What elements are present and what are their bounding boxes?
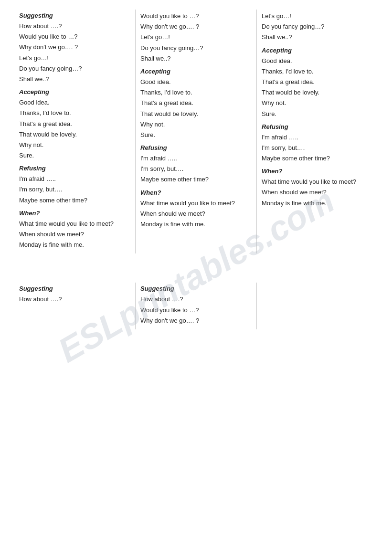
col1-phrase: When should we meet? (19, 230, 130, 239)
col1-phrase: Why don't we go…. ? (19, 43, 130, 52)
col1-phrase: Thanks, I'd love to. (19, 109, 130, 117)
bottom-col2-suggesting-heading: Suggesting (140, 285, 252, 292)
col1-phrase: Let's go…! (19, 54, 130, 63)
col3-phrase: Why not. (262, 99, 373, 107)
col3-phrase: That would be lovely. (262, 88, 373, 97)
col2-phrase: Thanks, I'd love to. (140, 88, 252, 97)
col1-phrase: That would be lovely. (19, 130, 130, 139)
col2-phrase: That would be lovely. (140, 110, 252, 118)
col1-phrase: Monday is fine with me. (19, 241, 130, 249)
col2-phrase: Sure. (140, 131, 252, 139)
col3-accepting-heading: Accepting (262, 47, 373, 54)
col3-phrase: Sure. (262, 110, 373, 118)
col2-phrase: When should we meet? (140, 210, 252, 218)
top-col-3: Let's go…! Do you fancy going…? Shall we… (256, 10, 378, 253)
col1-phrase: Would you like to …? (19, 32, 130, 41)
col2-phrase: Why not. (140, 120, 252, 129)
col1-phrase: Sure. (19, 151, 130, 160)
col3-phrase: I'm sorry, but…. (262, 144, 373, 152)
col1-phrase: I'm afraid ….. (19, 175, 130, 183)
col2-when-heading: When? (140, 189, 252, 196)
col1-phrase: That's a great idea. (19, 120, 130, 128)
col1-phrase: Do you fancy going…? (19, 64, 130, 73)
col2-phrase: Would you like to …? (140, 12, 252, 21)
col2-phrase: Good idea. (140, 78, 252, 86)
col3-phrase: Thanks, I'd love to. (262, 67, 373, 76)
bottom-col2-phrase: Why don't we go…. ? (140, 316, 252, 325)
bottom-col-3 (256, 283, 378, 329)
col3-phrase: Shall we..? (262, 33, 373, 42)
top-col-2: Would you like to …? Why don't we go…. ?… (135, 10, 256, 253)
bottom-col2-phrase: How about ….? (140, 295, 252, 304)
col1-phrase: Shall we..? (19, 75, 130, 84)
col2-phrase: What time would you like to meet? (140, 199, 252, 208)
col2-accepting-heading: Accepting (140, 68, 252, 75)
top-col-1: Suggesting How about ….? Would you like … (14, 10, 135, 253)
col2-phrase: Shall we..? (140, 54, 252, 63)
bottom-col-2: Suggesting How about ….? Would you like … (135, 283, 256, 329)
col3-refusing-heading: Refusing (262, 123, 373, 130)
col3-phrase: Let's go…! (262, 12, 373, 21)
col1-phrase: How about ….? (19, 22, 130, 31)
col2-phrase: I'm sorry, but…. (140, 165, 252, 173)
col1-phrase: What time would you like to meet? (19, 220, 130, 228)
bottom-section: Suggesting How about ….? Suggesting How … (5, 278, 387, 334)
col2-phrase: Maybe some other time? (140, 175, 252, 184)
col3-phrase: Maybe some other time? (262, 154, 373, 163)
col2-refusing-heading: Refusing (140, 144, 252, 151)
col3-phrase: I'm afraid ….. (262, 133, 373, 142)
col1-suggesting-heading: Suggesting (19, 12, 130, 19)
col3-phrase: Do you fancy going…? (262, 22, 373, 31)
col1-refusing-heading: Refusing (19, 165, 130, 172)
col3-phrase: Monday is fine with me. (262, 199, 373, 208)
col2-phrase: I'm afraid ….. (140, 154, 252, 163)
col1-phrase: Maybe some other time? (19, 196, 130, 205)
col1-phrase: I'm sorry, but…. (19, 185, 130, 194)
col1-phrase: Why not. (19, 141, 130, 149)
col1-when-heading: When? (19, 210, 130, 217)
bottom-col1-phrase: How about ….? (19, 295, 130, 304)
top-section: Suggesting How about ….? Would you like … (5, 5, 387, 258)
col2-phrase: Why don't we go…. ? (140, 22, 252, 31)
bottom-col1-suggesting-heading: Suggesting (19, 285, 130, 292)
col3-phrase: That's a great idea. (262, 78, 373, 86)
col3-phrase: What time would you like to meet? (262, 178, 373, 186)
col3-phrase: Good idea. (262, 57, 373, 65)
col3-when-heading: When? (262, 168, 373, 175)
bottom-col2-phrase: Would you like to …? (140, 306, 252, 315)
col2-phrase: Monday is fine with me. (140, 220, 252, 229)
col3-phrase: When should we meet? (262, 188, 373, 197)
col2-phrase: Do you fancy going…? (140, 44, 252, 53)
bottom-col-1: Suggesting How about ….? (14, 283, 135, 329)
col2-phrase: Let's go…! (140, 33, 252, 42)
page: ESLprintables.com Suggesting How about …… (0, 0, 392, 558)
page-divider (14, 268, 378, 268)
col1-accepting-heading: Accepting (19, 88, 130, 95)
col1-phrase: Good idea. (19, 98, 130, 107)
col2-phrase: That's a great idea. (140, 99, 252, 107)
